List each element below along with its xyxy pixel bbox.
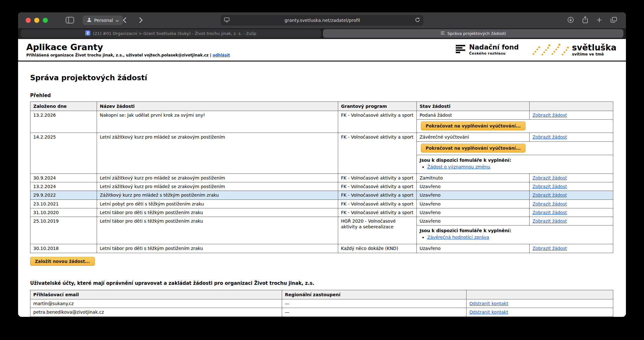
cell-date: 25.10.2019 — [30, 217, 97, 244]
app-header: Aplikace Granty Přihlášená organizace Ži… — [18, 39, 626, 62]
cell-program: FK - Volnočasové aktivity a sport — [338, 182, 417, 191]
nadacni-fond-line2: Českého rozhlasu — [469, 51, 518, 56]
tab-bar: Z (21) #01 Organizacni > Grant Svetluska… — [18, 28, 626, 39]
close-window-button[interactable] — [26, 18, 31, 23]
back-button[interactable] — [123, 17, 126, 24]
nadacni-fond-text: Nadační fond Českého rozhlasu — [469, 44, 518, 56]
cell-date: 31.10.2020 — [30, 208, 97, 217]
cell-status: Podaná žádost — [417, 111, 530, 120]
col-header-region: Regionální zastoupení — [282, 290, 467, 299]
cell-program: FK - Volnočasové aktivity a sport — [338, 191, 417, 199]
svg-text:Z: Z — [87, 31, 89, 35]
users-heading: Uživatelské účty, které mají oprávnění u… — [30, 280, 614, 286]
cell-status: Uzavřeno — [417, 182, 530, 191]
logout-link[interactable]: odhlásit — [213, 53, 230, 57]
sidebar-toggle-icon[interactable] — [66, 17, 74, 25]
cell-date: 30.10.2018 — [30, 244, 97, 253]
app-title: Aplikace Granty — [26, 42, 230, 52]
zulip-favicon: Z — [85, 30, 90, 36]
reload-icon[interactable] — [415, 17, 420, 24]
browser-titlebar: Personal granty.svetluska.net/zadatel/pr… — [18, 12, 626, 28]
view-request-link[interactable]: Zobrazit žádost — [532, 193, 567, 198]
tab-granty-active[interactable]: Správa projektových žádostí — [323, 29, 623, 38]
chevron-down-icon — [116, 18, 119, 23]
tab-overview-icon[interactable] — [610, 17, 617, 23]
continue-settlement-button[interactable]: Pokračovat na vyplňování vyúčtování... — [421, 144, 525, 153]
form-link[interactable]: Žádost o významnou změnu — [427, 164, 490, 169]
app-header-logos: Nadační fond Českého rozhlasu světluška … — [456, 42, 618, 58]
nadacni-fond-logo: Nadační fond Českého rozhlasu — [456, 44, 518, 56]
cell-name: Letní zážitkový kurz pro mládež se zrako… — [97, 133, 338, 174]
profile-menu-button[interactable]: Personal — [83, 16, 123, 25]
col-header-status: Stav žádosti — [417, 102, 530, 111]
view-request-link[interactable]: Zobrazit žádost — [532, 201, 567, 206]
cell-date: 23.10.2021 — [30, 199, 97, 208]
table-header-row: Založeno dne Název žádosti Grantový prog… — [30, 102, 613, 111]
cell-name: Letní tábor pro děti s těžkým postižením… — [97, 217, 338, 244]
page-content: Správa projektových žádostí Přehled Zalo… — [18, 62, 626, 317]
create-new-request-button[interactable]: Založit novou žádost... — [30, 257, 95, 266]
cell-status: Uzavřeno — [417, 217, 530, 225]
view-request-link[interactable]: Zobrazit žádost — [532, 184, 567, 189]
table-row: 30.10.2018 Letní tábor pro děti s těžkým… — [30, 244, 613, 253]
downloads-icon[interactable] — [567, 16, 574, 23]
table-row: vojtech.polasek@zivotjinak.cz — — [30, 317, 613, 317]
tab-zulip[interactable]: Z (21) #01 Organizacni > Grant Svetluska… — [21, 29, 321, 38]
view-request-link[interactable]: Zobrazit žádost — [532, 134, 567, 140]
cell-action: Zobrazit žádost — [530, 244, 613, 253]
zoom-window-button[interactable] — [43, 18, 48, 23]
cell-program: FK - Volnočasové aktivity a sport — [338, 173, 417, 182]
cell-status: Uzavřeno — [417, 199, 530, 208]
new-tab-icon[interactable] — [596, 17, 602, 23]
cell-name: Nakopni se: Jak udělat první krok za svý… — [97, 111, 338, 133]
share-icon[interactable] — [582, 16, 588, 23]
view-request-link[interactable]: Zobrazit žádost — [532, 113, 567, 118]
table-row: 25.10.2019 Letní tábor pro děti s těžkým… — [30, 217, 613, 225]
minimize-window-button[interactable] — [34, 18, 39, 23]
website-settings-icon[interactable] — [224, 17, 230, 24]
user-line-text: Přihlášená organizace Život trochu jinak… — [26, 53, 211, 57]
cell-status: Uzavřeno — [417, 191, 530, 199]
cell-action: Zobrazit žádost — [530, 191, 613, 199]
cell-action: Odstranit kontakt — [467, 299, 613, 308]
view-request-link[interactable]: Zobrazit žádost — [532, 246, 567, 251]
svetluska-logo: světluška svítíme ve tmě — [531, 42, 616, 58]
table-row: petra.benedikova@zivotjinak.cz — Odstran… — [30, 308, 613, 317]
svetluska-line2: svítíme ve tmě — [572, 52, 616, 56]
cell-status: Uzavřeno — [417, 208, 530, 217]
cell-forms: Jsou k dispozici fomuláře k vyplnění: Žá… — [417, 155, 613, 173]
view-request-link[interactable]: Zobrazit žádost — [532, 219, 567, 224]
forms-available-label: Jsou k dispozici fomuláře k vyplnění: — [420, 228, 610, 233]
cell-program: Každý něco dokáže (KND) — [338, 244, 417, 253]
cell-date: 30.9.2024 — [30, 173, 97, 182]
cell-program: FK - Volnočasové aktivity a sport — [338, 208, 417, 217]
cell-program: FK - Volnočasové aktivity a sport — [338, 199, 417, 208]
firefly-dots-icon — [531, 42, 569, 58]
cell-action: Zobrazit žádost — [530, 208, 613, 217]
table-row: 14.2.2025 Letní zážitkový kurz pro mláde… — [30, 133, 613, 141]
cell-forms: Jsou k dispozici fomuláře k vyplnění: Zá… — [417, 226, 613, 244]
form-link[interactable]: Závěrečná hodnotící zpráva — [427, 235, 489, 240]
app-header-left: Aplikace Granty Přihlášená organizace Ži… — [26, 42, 230, 57]
address-bar[interactable]: granty.svetluska.net/zadatel/profil — [221, 15, 423, 26]
cell-action: Zobrazit žádost — [530, 199, 613, 208]
remove-contact-link[interactable]: Odstranit kontakt — [469, 310, 508, 315]
nadacni-fond-line1: Nadační fond — [469, 44, 518, 51]
table-row-selected[interactable]: 29.9.2022 Zážitkový kurz pro mládež s tě… — [30, 191, 613, 199]
table-row: martin@sukany.cz — Odstranit kontakt — [30, 299, 613, 308]
cell-action: Odstranit kontakt — [467, 308, 613, 317]
cell-status: Zamítnuto — [417, 173, 530, 182]
cell-program: FK - Volnočasové aktivity a sport — [338, 111, 417, 133]
users-table: Přihlašovací email Regionální zastoupení… — [30, 290, 613, 317]
remove-contact-link[interactable]: Odstranit kontakt — [469, 301, 508, 306]
continue-settlement-button[interactable]: Pokračovat na vyplňování vyúčtování... — [421, 121, 525, 130]
forward-button[interactable] — [139, 17, 143, 24]
cell-date: 13.2.2024 — [30, 182, 97, 191]
col-header-program: Grantový program — [338, 102, 417, 111]
cell-region: — — [282, 308, 467, 317]
cell-email: vojtech.polasek@zivotjinak.cz — [30, 317, 282, 317]
view-request-link[interactable]: Zobrazit žádost — [532, 175, 567, 180]
col-header-email: Přihlašovací email — [30, 290, 282, 299]
view-request-link[interactable]: Zobrazit žádost — [532, 210, 567, 215]
table-row: 30.9.2024 Letní zážitkový kurz pro mláde… — [30, 173, 613, 182]
